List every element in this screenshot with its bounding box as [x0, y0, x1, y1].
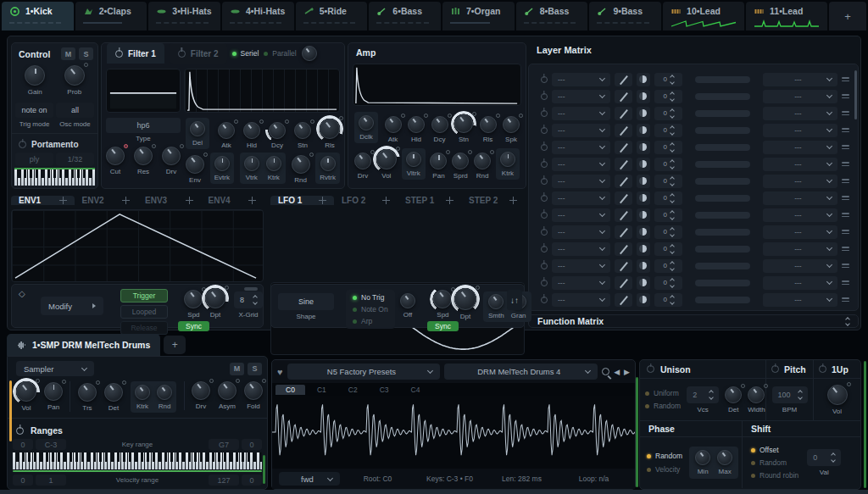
detune-knob[interactable]: Det — [104, 383, 123, 412]
prob-knob[interactable]: Prob — [64, 65, 85, 96]
filter1-power-icon[interactable] — [115, 50, 123, 58]
mod-depth-slider[interactable] — [695, 246, 750, 253]
track-tab-bass-9[interactable]: 9•Bass — [589, 2, 661, 31]
tab-lfo1[interactable]: LFO 1 — [270, 196, 334, 205]
filter-env-hold-knob[interactable]: Hld — [243, 122, 260, 149]
sample-drive-knob[interactable]: Drv — [192, 381, 210, 410]
sample-tab-c0[interactable]: C0 — [275, 385, 305, 395]
lfo-fade-knob[interactable]: Off — [400, 293, 415, 319]
mod-depth-slider[interactable] — [695, 178, 750, 185]
mod-amount-stepper[interactable]: 0 — [654, 107, 682, 120]
mod-curve-button[interactable] — [615, 191, 632, 205]
mod-polarity-button[interactable] — [637, 124, 651, 137]
mod-amount-stepper[interactable]: 0 — [654, 259, 682, 273]
drag-handle-icon[interactable] — [842, 179, 849, 183]
collapse-icon[interactable] — [846, 318, 849, 325]
lfo-noteon-radio[interactable]: Note On — [353, 305, 388, 314]
amp-volume-knob[interactable]: Vol — [376, 149, 397, 180]
mod-source-select[interactable]: --- — [552, 259, 610, 273]
track-tab-ride[interactable]: 5•Ride — [296, 2, 368, 31]
mod-depth-slider[interactable] — [695, 195, 750, 202]
mod-target-select[interactable]: --- — [763, 90, 837, 103]
mod-curve-button[interactable] — [615, 293, 632, 307]
drag-handle-icon[interactable] — [842, 247, 849, 251]
filter-veltrack-knob[interactable]: Vtrk — [244, 156, 259, 181]
mod-target-select[interactable]: --- — [763, 242, 837, 256]
mod-source-select[interactable]: --- — [552, 73, 610, 86]
mod-source-select[interactable]: --- — [552, 208, 610, 222]
amp-declick-knob[interactable]: Dclk — [354, 112, 378, 143]
mod-target-select[interactable]: --- — [763, 141, 837, 154]
next-preset-button[interactable]: ▶ — [624, 368, 630, 376]
track-tab-lead-11[interactable]: 11•Lead — [746, 2, 827, 31]
window-scroll-indicator[interactable] — [864, 361, 866, 488]
tab-step2[interactable]: STEP 2 — [461, 196, 525, 205]
filter1-tab[interactable]: Filter 1 — [107, 43, 164, 64]
shift-random-radio[interactable]: Random — [751, 458, 787, 467]
mod-target-select[interactable]: --- — [763, 293, 837, 307]
amp-attack-knob[interactable]: Atk — [385, 116, 402, 143]
drag-handle-icon[interactable] — [842, 230, 849, 234]
filter-type-select[interactable]: hp6Type — [106, 118, 181, 142]
sample-tab-c4[interactable]: C4 — [401, 385, 431, 395]
drag-handle-icon[interactable] — [842, 111, 849, 115]
mod-polarity-button[interactable] — [637, 141, 651, 154]
lfo-depth-knob[interactable]: Dpt — [454, 288, 476, 320]
row-power-icon[interactable] — [541, 127, 548, 134]
mod-target-select[interactable]: --- — [763, 124, 837, 137]
lfo-notrig-radio[interactable]: No Trig — [353, 293, 384, 302]
mod-target-select[interactable]: --- — [763, 208, 837, 222]
sample-tab-c2[interactable]: C2 — [338, 385, 368, 395]
drag-handle-icon[interactable] — [842, 264, 849, 268]
sample-tab-c3[interactable]: C3 — [370, 385, 399, 395]
drag-handle-icon[interactable] — [842, 280, 849, 285]
cutoff-knob[interactable]: Cut — [106, 147, 125, 175]
oneup-volume-knob[interactable]: Vol — [827, 385, 848, 415]
resonance-knob[interactable]: Res — [134, 147, 153, 175]
mod-curve-button[interactable] — [615, 107, 632, 120]
row-power-icon[interactable] — [541, 229, 548, 236]
filter-random-knob[interactable]: Rnd — [292, 155, 310, 184]
track-tab-hihats-4[interactable]: 4•Hi-Hats — [222, 2, 294, 31]
mod-polarity-button[interactable] — [637, 242, 651, 256]
unison-random-radio[interactable]: Random — [645, 402, 681, 410]
browser-scroll-indicator[interactable] — [636, 377, 638, 487]
track-tab-kick[interactable]: 1•Kick — [2, 2, 74, 31]
lfo-arp-radio[interactable]: Arp — [353, 317, 372, 325]
filter-env-decay-knob[interactable]: Dcy — [269, 122, 286, 149]
bpm-stepper[interactable]: 100BPM — [772, 386, 808, 414]
mod-depth-slider[interactable] — [695, 76, 750, 83]
filter2-power-icon[interactable] — [178, 50, 186, 58]
move-icon[interactable] — [248, 197, 256, 204]
add-track-button[interactable]: + — [829, 2, 866, 31]
sampler-volume-knob[interactable]: Vol — [16, 381, 36, 412]
key-high-fine[interactable]: 0 — [242, 439, 262, 450]
mod-amount-stepper[interactable]: 0 — [654, 141, 682, 154]
move-icon[interactable] — [186, 197, 193, 204]
row-power-icon[interactable] — [541, 144, 548, 151]
row-power-icon[interactable] — [541, 195, 548, 202]
mod-curve-button[interactable] — [615, 124, 632, 137]
mod-source-select[interactable]: --- — [552, 242, 610, 256]
drag-handle-icon[interactable] — [842, 297, 849, 302]
mod-polarity-button[interactable] — [637, 276, 651, 290]
mod-polarity-button[interactable] — [637, 191, 651, 205]
mute-button[interactable]: M — [61, 47, 75, 60]
voices-stepper[interactable]: 2Vcs — [687, 386, 719, 414]
vel-high[interactable]: 127 — [209, 475, 239, 486]
mod-polarity-button[interactable] — [637, 293, 651, 307]
mod-depth-slider[interactable] — [695, 229, 750, 236]
sample-waveform-display[interactable] — [272, 396, 635, 469]
mod-curve-button[interactable] — [615, 73, 632, 86]
prev-preset-button[interactable]: ◀ — [614, 368, 620, 376]
serial-radio[interactable]: Seriel — [232, 49, 259, 58]
unison-detune-knob[interactable]: Det — [725, 386, 742, 414]
mod-source-select[interactable]: --- — [552, 107, 610, 120]
layer-tab-smp[interactable]: 1•SMP DRM MelTech Drums — [7, 334, 160, 356]
tab-env3[interactable]: ENV3 — [137, 196, 201, 205]
tab-env4[interactable]: ENV4 — [201, 196, 264, 205]
row-power-icon[interactable] — [541, 212, 548, 219]
pitch-power-icon[interactable] — [771, 365, 779, 373]
release-badge[interactable]: Release — [120, 321, 168, 335]
add-layer-button[interactable]: + — [164, 336, 186, 354]
